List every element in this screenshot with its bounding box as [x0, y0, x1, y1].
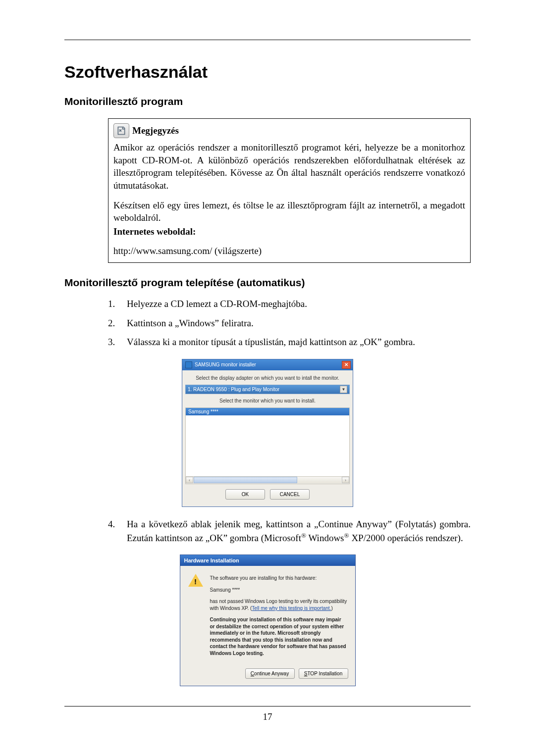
hardware-installation-figure: Hardware Installation The software you a… [64, 554, 471, 686]
installer-title-text: SAMSUNG monitor installer [195, 362, 256, 367]
step-text: Kattintson a „Windows” feliratra. [127, 317, 254, 330]
note-header: Megjegyzés [113, 123, 465, 138]
note-label: Megjegyzés [132, 124, 179, 137]
close-button[interactable]: ✕ [342, 361, 351, 369]
page-number: 17 [64, 711, 471, 722]
hw-titlebar: Hardware Installation [180, 555, 355, 566]
install-steps: 1. Helyezze a CD lemezt a CD-ROM-meghajt… [108, 298, 471, 349]
monitor-list[interactable]: Samsung **** [185, 407, 350, 477]
step-number: 1. [108, 298, 118, 311]
step-2: 2. Kattintson a „Windows” feliratra. [108, 317, 471, 330]
horizontal-scrollbar[interactable]: ‹ › [185, 477, 350, 484]
note-box: Megjegyzés Amikor az operációs rendszer … [108, 118, 471, 263]
hw-warning-bold: Continuing your installation of this sof… [210, 616, 347, 656]
installer-figure: SAMSUNG monitor installer ✕ Select the d… [64, 359, 471, 507]
step-4: 4. Ha a következő ablak jelenik meg, kat… [108, 518, 471, 545]
installer-titlebar: SAMSUNG monitor installer ✕ [182, 359, 353, 370]
scroll-track[interactable] [194, 477, 341, 483]
warning-icon [188, 574, 203, 588]
installer-dialog: SAMSUNG monitor installer ✕ Select the d… [182, 359, 353, 507]
hw-link[interactable]: Tell me why this testing is important. [252, 605, 331, 611]
scroll-left-arrow-icon[interactable]: ‹ [186, 477, 193, 483]
step-3: 3. Válassza ki a monitor típusát a típus… [108, 336, 471, 349]
step-text: Ha a következő ablak jelenik meg, kattin… [127, 518, 471, 545]
hw-line-1: The software you are installing for this… [210, 575, 347, 582]
step-number: 3. [108, 336, 118, 349]
installer-title-icon [185, 361, 192, 368]
bottom-rule [64, 706, 471, 706]
step-number: 2. [108, 317, 118, 330]
continue-anyway-button[interactable]: Continue Anyway [245, 668, 295, 679]
ok-button[interactable]: OK [225, 489, 265, 500]
step-text: Válassza ki a monitor típusát a típuslis… [127, 336, 415, 349]
hw-text: The software you are installing for this… [210, 575, 347, 661]
hardware-installation-dialog: Hardware Installation The software you a… [180, 554, 356, 686]
installer-instruction-2: Select the monitor which you want to ins… [185, 398, 350, 403]
top-rule [64, 40, 471, 40]
note-paragraph-2: Készítsen elő egy üres lemezt, és töltse… [113, 199, 465, 224]
note-website-url: http://www.samsung.com/ (világszerte) [113, 245, 465, 257]
cancel-button[interactable]: CANCEL [270, 489, 310, 500]
step-text: Helyezze a CD lemezt a CD-ROM-meghajtóba… [127, 298, 307, 311]
page-title: Szoftverhasználat [64, 62, 471, 82]
step-number: 4. [108, 518, 118, 545]
monitor-list-selected[interactable]: Samsung **** [186, 408, 349, 415]
adapter-dropdown[interactable]: 1. RADEON 9550 : Plug and Play Monitor ▼ [185, 385, 350, 394]
section-monitor-driver: Monitorillesztő program [64, 96, 471, 107]
chevron-down-icon[interactable]: ▼ [340, 386, 347, 393]
note-icon [113, 123, 129, 138]
adapter-selected: 1. RADEON 9550 : Plug and Play Monitor [188, 387, 279, 392]
scroll-thumb[interactable] [194, 477, 297, 483]
stop-installation-button[interactable]: STOP Installation [299, 668, 348, 679]
scroll-right-arrow-icon[interactable]: › [342, 477, 349, 483]
section-install-auto: Monitorillesztő program telepítése (auto… [64, 277, 471, 289]
hw-line-2: has not passed Windows Logo testing to v… [210, 598, 347, 611]
hw-device: Samsung **** [210, 587, 347, 594]
installer-instruction-1: Select the display adapter on which you … [185, 375, 350, 381]
note-website-label: Internetes weboldal: [113, 225, 465, 238]
step-1: 1. Helyezze a CD lemezt a CD-ROM-meghajt… [108, 298, 471, 311]
install-steps-cont: 4. Ha a következő ablak jelenik meg, kat… [108, 518, 471, 545]
note-paragraph-1: Amikor az operációs rendszer a monitoril… [113, 141, 465, 192]
